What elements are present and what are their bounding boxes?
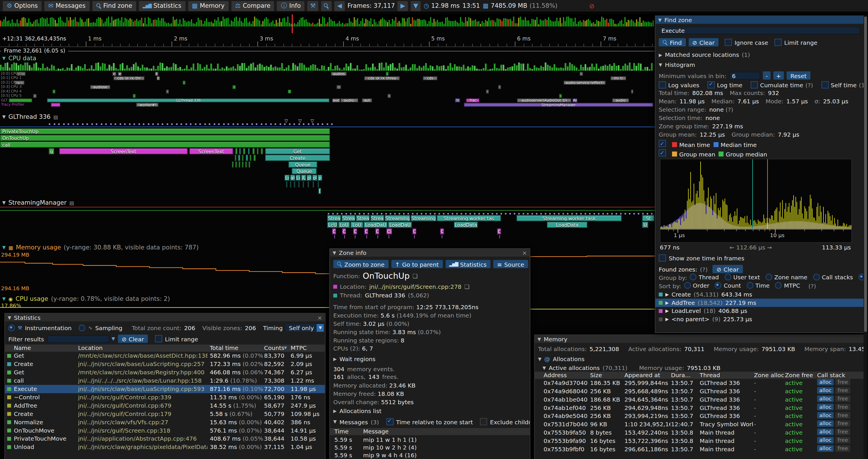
- radio-zone-name[interactable]: Zone name: [766, 274, 807, 281]
- frame-bar[interactable]: [186, 22, 187, 26]
- frame-bar[interactable]: [634, 23, 636, 26]
- frame-bar[interactable]: [138, 21, 139, 26]
- frame-bar[interactable]: [385, 21, 386, 26]
- frame-bar[interactable]: [234, 18, 235, 27]
- frame-bar[interactable]: [614, 24, 616, 27]
- legend-checkbox[interactable]: [659, 149, 666, 157]
- frame-band[interactable]: Frame 32,661 (6.05 s): [0, 47, 655, 54]
- exclude-children-checkbox[interactable]: [480, 418, 487, 425]
- zone[interactable]: ScreenText: [59, 148, 188, 154]
- checkbox-log-time[interactable]: Log time: [708, 81, 742, 89]
- frames-timeline[interactable]: [0, 14, 655, 26]
- zone[interactable]: [303, 182, 304, 188]
- radio-mtpc[interactable]: MTPC: [775, 282, 800, 289]
- sample-dot[interactable]: [359, 213, 361, 215]
- stats-table-row[interactable]: calljni/../jni/../../../src/claw/base/Lu…: [5, 376, 325, 385]
- frame-bar[interactable]: [555, 21, 556, 26]
- frame-bar[interactable]: [65, 23, 66, 26]
- frame-bar[interactable]: [556, 18, 558, 27]
- frame-bar[interactable]: [545, 19, 546, 27]
- frame-bar[interactable]: [217, 17, 219, 27]
- sample-dot[interactable]: [265, 124, 267, 125]
- cpu-zone[interactable]: [559, 94, 562, 98]
- sample-dot[interactable]: [589, 213, 591, 215]
- frame-bar[interactable]: [593, 22, 594, 26]
- frame-bar[interactable]: [491, 20, 493, 26]
- frame-bar[interactable]: [116, 19, 118, 27]
- sample-dot[interactable]: [585, 213, 586, 215]
- frame-bar[interactable]: [372, 24, 373, 27]
- sample-dot[interactable]: [474, 213, 476, 215]
- frame-bar[interactable]: [340, 24, 342, 27]
- frame-bar[interactable]: [178, 24, 179, 27]
- frame-bar[interactable]: [168, 23, 169, 26]
- legend-swatch[interactable]: [713, 142, 718, 147]
- found-zone-row[interactable]: ▶<no parent>(9)225.73 µs: [655, 315, 864, 324]
- frame-bar[interactable]: [468, 17, 469, 27]
- found-zone-row[interactable]: ▶LoadLevel(18)406.88 µs: [655, 307, 864, 315]
- alloc-callstack-button[interactable]: alloc: [817, 395, 834, 402]
- frame-bar[interactable]: [620, 21, 621, 26]
- cpu-zone[interactable]: Ti: [455, 98, 460, 102]
- frame-bar[interactable]: [417, 19, 418, 27]
- zone[interactable]: Streaming worker task: [517, 215, 622, 221]
- sample-dot[interactable]: [185, 124, 187, 125]
- frame-bar[interactable]: [467, 21, 468, 26]
- instrumentation-radio[interactable]: [8, 325, 15, 331]
- frame-bar[interactable]: [508, 19, 509, 26]
- frame-bar[interactable]: [189, 22, 190, 26]
- checkbox-self-time[interactable]: Self time(100.00%): [822, 81, 864, 89]
- frame-bar[interactable]: [118, 19, 119, 27]
- frame-bar[interactable]: [301, 18, 302, 27]
- zone[interactable]: [252, 148, 255, 154]
- frame-bar[interactable]: [296, 24, 297, 27]
- cpu-zone[interactable]: audio: [612, 98, 629, 102]
- cpu-zone[interactable]: audiose: [90, 85, 110, 89]
- frame-bar[interactable]: [452, 21, 453, 26]
- zone[interactable]: C: [353, 229, 357, 234]
- frame-bar[interactable]: [565, 21, 566, 26]
- frame-bar[interactable]: [608, 23, 609, 26]
- frame-bar[interactable]: [229, 24, 230, 27]
- frame-bar[interactable]: [0, 21, 1, 26]
- frame-bar[interactable]: [613, 20, 614, 26]
- allocation-row[interactable]: 0x7553b9fa508 bytes153,492,240ns13:50.8M…: [535, 429, 864, 437]
- sample-dot[interactable]: [270, 124, 272, 125]
- frame-bar[interactable]: [530, 24, 531, 27]
- sample-dot[interactable]: [148, 124, 149, 125]
- frame-bar[interactable]: [71, 20, 73, 26]
- zone[interactable]: U: [642, 222, 648, 228]
- cpu-zone[interactable]: [9, 98, 32, 102]
- frame-bar[interactable]: [251, 24, 252, 27]
- frame-bar[interactable]: [310, 24, 312, 27]
- zone[interactable]: LoadDaU: [388, 222, 412, 228]
- frame-bar[interactable]: [610, 19, 611, 27]
- frame-bar[interactable]: [583, 20, 584, 26]
- sample-dot[interactable]: [354, 213, 356, 215]
- frame-bar[interactable]: [332, 21, 333, 26]
- sample-dot[interactable]: [390, 213, 392, 215]
- frame-bar[interactable]: [510, 19, 511, 27]
- frame-bar[interactable]: [344, 24, 345, 27]
- sample-dot[interactable]: [483, 213, 485, 215]
- frame-bar[interactable]: [193, 23, 194, 27]
- frame-bar[interactable]: [382, 18, 383, 27]
- sample-dot[interactable]: [322, 124, 323, 125]
- zone[interactable]: Strea: [370, 215, 384, 221]
- sample-dot[interactable]: [567, 213, 569, 215]
- frame-bar[interactable]: [173, 17, 174, 27]
- statistics-titlebar[interactable]: ▼ Statistics ×: [5, 314, 325, 321]
- frame-bar[interactable]: [248, 23, 249, 26]
- zone[interactable]: C: [412, 229, 416, 234]
- zone[interactable]: Queue: [288, 162, 317, 168]
- sample-dot[interactable]: [345, 213, 347, 215]
- frame-bar[interactable]: [370, 19, 371, 27]
- frame-bar[interactable]: [420, 20, 421, 26]
- allocation-row[interactable]: 0x74ab1ef040256 KB294,629,948ns13:50.7GL…: [535, 403, 864, 412]
- sample-dot[interactable]: [87, 124, 88, 125]
- frame-bar[interactable]: [111, 17, 112, 27]
- frame-bar[interactable]: [350, 22, 351, 26]
- frame-bar[interactable]: [334, 21, 335, 26]
- frame-bar[interactable]: [522, 20, 523, 26]
- tools-button[interactable]: ⚒: [307, 1, 318, 11]
